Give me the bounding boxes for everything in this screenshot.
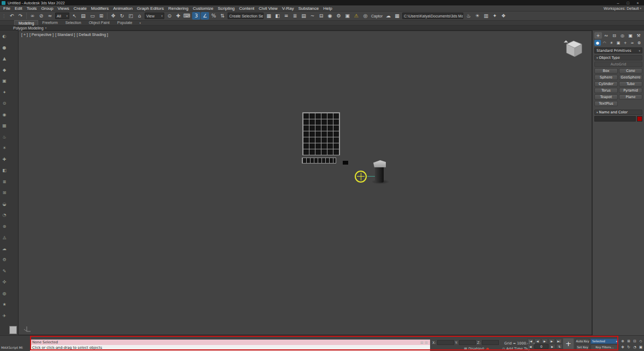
captor-label[interactable]: Captor: [371, 14, 383, 18]
cloud-render-icon[interactable]: ☁: [384, 12, 392, 20]
workspaces-selector[interactable]: Workspaces: Default ▾: [604, 7, 643, 10]
object-type-button[interactable]: TextPlus: [594, 101, 618, 106]
maximize-button[interactable]: □: [623, 1, 633, 5]
building-base-model[interactable]: [302, 158, 336, 164]
menu-item[interactable]: V-Ray: [280, 6, 296, 11]
menu-item[interactable]: Tools: [25, 6, 39, 11]
percent-snap-icon[interactable]: %: [210, 12, 218, 20]
spacewarps-subtab[interactable]: ≈: [629, 40, 636, 46]
object-type-button[interactable]: Box: [594, 68, 618, 74]
hierarchy-tab[interactable]: ⊟: [611, 32, 618, 39]
helpers-subtab[interactable]: +: [622, 40, 629, 46]
left-toolbar-icon[interactable]: ◧: [1, 167, 8, 174]
go-to-start-button[interactable]: |◀: [527, 338, 534, 343]
key-filters-button[interactable]: Key Filters...: [591, 344, 619, 350]
lights-subtab[interactable]: ☀: [608, 40, 615, 46]
menu-item[interactable]: Modifiers: [89, 6, 111, 11]
fov-icon[interactable]: ◇: [638, 338, 643, 344]
angle-snap-icon[interactable]: ∠: [201, 12, 209, 20]
object-type-button[interactable]: Teapot: [594, 94, 618, 100]
ribbon-tab[interactable]: Modeling: [14, 20, 38, 25]
left-toolbar-icon[interactable]: ★: [1, 301, 8, 308]
select-and-link-icon[interactable]: ∞: [28, 12, 37, 20]
zoom-extents-icon[interactable]: ⊡: [632, 338, 637, 344]
z-coordinate-field[interactable]: [482, 340, 499, 345]
motion-tab[interactable]: ◎: [618, 32, 626, 39]
render-preset-icon[interactable]: ▥: [482, 12, 490, 20]
viewport-label-segment[interactable]: [ Perspective ]: [29, 33, 53, 37]
render-setup-icon[interactable]: ⚙: [335, 12, 343, 20]
camera-object-head[interactable]: [373, 160, 386, 167]
left-toolbar-icon[interactable]: ✚: [1, 156, 8, 163]
left-toolbar-icon[interactable]: ◉: [1, 111, 8, 118]
left-toolbar-icon[interactable]: ◆: [1, 66, 8, 74]
pan-icon[interactable]: ✥: [620, 344, 625, 350]
toolbar-grip[interactable]: ⋮: [2, 14, 6, 19]
ribbon-toggle-icon[interactable]: ▤: [300, 12, 308, 20]
menu-item[interactable]: Create: [71, 6, 89, 11]
go-to-end-button[interactable]: ▶|: [556, 338, 562, 343]
ribbon-tab[interactable]: Selection: [62, 20, 85, 25]
left-toolbar-icon[interactable]: ⊛: [1, 223, 8, 230]
named-selection-set-dropdown[interactable]: Create Selection Se ▾: [228, 13, 264, 19]
schematic-view-icon[interactable]: ⊟: [317, 12, 325, 20]
object-color-swatch[interactable]: [637, 116, 642, 122]
left-toolbar-icon[interactable]: ◐: [1, 33, 8, 40]
left-toolbar-icon[interactable]: ◔: [1, 211, 8, 219]
select-and-scale-icon[interactable]: ◰: [127, 12, 135, 20]
primitive-category-dropdown[interactable]: Standard Primitives ▾: [594, 47, 642, 53]
minimize-button[interactable]: –: [613, 1, 623, 5]
menu-item[interactable]: Substance: [296, 6, 321, 11]
object-type-button[interactable]: Cylinder: [594, 81, 618, 87]
menu-item[interactable]: Views: [56, 6, 71, 11]
warning-icon[interactable]: ⚠: [352, 12, 360, 20]
modify-tab[interactable]: ∾: [603, 32, 610, 39]
menu-item[interactable]: Rendering: [166, 6, 190, 11]
frame-spinner[interactable]: ⇅: [556, 344, 563, 349]
left-toolbar-icon[interactable]: ✣: [1, 279, 8, 286]
mirror-icon[interactable]: ◧: [273, 12, 282, 20]
left-toolbar-icon[interactable]: ⊙: [1, 100, 8, 107]
left-toolbar-icon[interactable]: ◬: [1, 234, 8, 241]
menu-item[interactable]: Edit: [13, 6, 25, 11]
menu-item[interactable]: Graph Editors: [135, 6, 166, 11]
box-object[interactable]: [343, 161, 348, 165]
menu-item[interactable]: Scripting: [216, 6, 237, 11]
left-toolbar-icon[interactable]: ◒: [1, 201, 8, 208]
object-type-button[interactable]: Plane: [619, 94, 642, 100]
camera-object-body[interactable]: [375, 167, 384, 183]
left-toolbar-icon[interactable]: ✎: [1, 268, 8, 275]
building-model[interactable]: [302, 112, 340, 155]
object-name-field[interactable]: [594, 116, 636, 122]
menu-item[interactable]: Content: [237, 6, 257, 11]
polygon-modeling-panel-label[interactable]: Polygon Modeling: [13, 26, 44, 30]
left-toolbar-icon[interactable]: ☀: [1, 144, 8, 152]
keyboard-override-icon[interactable]: ⌨: [183, 12, 191, 20]
menu-item[interactable]: Customize: [190, 6, 216, 11]
roll-icon[interactable]: ◔: [632, 344, 637, 350]
left-toolbar-icon[interactable]: ◍: [1, 290, 8, 297]
material-editor-icon[interactable]: ◉: [326, 12, 334, 20]
left-toolbar-icon[interactable]: ✈: [1, 312, 8, 319]
next-frame-button[interactable]: ▶: [548, 338, 555, 343]
cameras-subtab[interactable]: ▣: [615, 40, 622, 46]
utilities-tab[interactable]: ⚒: [635, 32, 642, 39]
layer-explorer-icon[interactable]: ≣: [291, 12, 299, 20]
select-and-rotate-icon[interactable]: ↻: [118, 12, 126, 20]
render-iterative-icon[interactable]: ☀: [473, 12, 481, 20]
left-toolbar-icon[interactable]: ⊞: [1, 189, 8, 196]
rectangular-selection-icon[interactable]: ▭: [88, 12, 97, 20]
zoom-all-icon[interactable]: ⊞: [626, 338, 631, 344]
edit-named-sets-icon[interactable]: ▦: [265, 12, 273, 20]
left-toolbar-icon[interactable]: ●: [1, 44, 8, 51]
left-toolbar-icon[interactable]: ▲: [1, 55, 8, 62]
select-object-icon[interactable]: ↖: [70, 12, 79, 20]
zoom-icon[interactable]: ⊕: [620, 338, 625, 344]
key-step-back-button[interactable]: ◀: [527, 344, 534, 349]
project-folder-dropdown[interactable]: C:\Users\Katya\Documents\3ds Max 2022 ▾: [402, 13, 463, 19]
left-toolbar-icon[interactable]: ▣: [1, 77, 8, 84]
y-coordinate-field[interactable]: [459, 340, 476, 345]
redo-icon[interactable]: ↷: [16, 12, 25, 20]
orbit-icon[interactable]: ↻: [626, 344, 631, 350]
key-step-forward-button[interactable]: ▶: [549, 344, 556, 349]
